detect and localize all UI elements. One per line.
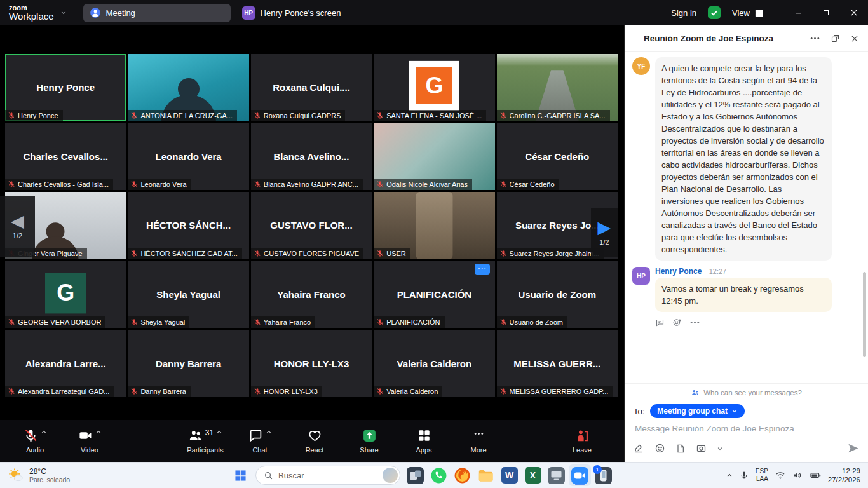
participant-tile[interactable]: USER: [374, 192, 494, 259]
search-highlight-image[interactable]: [383, 468, 398, 483]
emoji-icon[interactable]: [654, 443, 665, 454]
participant-tile[interactable]: Henry PonceHenry Ponce: [5, 54, 126, 121]
privacy-people-icon: [691, 388, 700, 397]
avatar[interactable]: YF: [632, 57, 650, 75]
tab-meeting-label: Meeting: [106, 8, 135, 18]
mic-off-red-icon: [376, 180, 384, 188]
participant-label-text: Danny Barrera: [140, 388, 186, 395]
zoom-app-button[interactable]: [569, 464, 591, 486]
participant-tile[interactable]: HÉCTOR SÁNCH...HÉCTOR SÁNCHEZ GAD AT...: [128, 192, 248, 259]
participant-tile[interactable]: GGEORGE VERA BORBOR: [5, 261, 126, 329]
toolbar-label: More: [470, 446, 486, 454]
whatsapp-app-button[interactable]: [428, 464, 450, 486]
participant-tile[interactable]: Alexandra Larre...Alexandra Larreategui …: [5, 330, 126, 397]
close-button[interactable]: [840, 0, 868, 25]
weather-widget[interactable]: 28°C Parc. soleado: [0, 467, 70, 484]
participant-tile[interactable]: GSANTA ELENA - SAN JOSÉ ...: [374, 54, 494, 121]
participant-tile[interactable]: HONOR LLY-LX3HONOR LLY-LX3: [251, 330, 372, 397]
participant-label: Sheyla Yagual: [128, 316, 189, 328]
participant-label: SANTA ELENA - SAN JOSÉ ...: [374, 110, 486, 121]
taskbar-search[interactable]: Buscar: [255, 466, 400, 485]
chat-message-input[interactable]: Message Reunión Zoom de Joe Espinoza: [625, 422, 868, 433]
file-icon[interactable]: [675, 444, 686, 454]
minimize-icon: [794, 9, 803, 17]
shield-check-icon[interactable]: [708, 6, 721, 19]
participant-tile[interactable]: MELISSA GUERR...MELISSA GUERRERO GADP...: [497, 330, 618, 397]
toolbar-leave-button[interactable]: Leave: [559, 428, 605, 454]
participant-label-text: Sheyla Yagual: [140, 318, 185, 326]
privacy-note[interactable]: Who can see your messages?: [625, 383, 868, 400]
maximize-button[interactable]: [812, 0, 840, 25]
reply-icon[interactable]: [655, 317, 665, 328]
toolbar-audio-button[interactable]: Audio: [8, 428, 62, 454]
remote-desktop-app-button[interactable]: [545, 464, 567, 486]
toolbar-video-button[interactable]: Video: [62, 428, 117, 454]
participant-tile[interactable]: Carolina C.-GADPR ISLA SA...: [497, 54, 618, 121]
network-icon[interactable]: [775, 470, 785, 480]
tab-meeting[interactable]: Meeting: [83, 4, 231, 22]
taskbar-clock[interactable]: 12:29 27/2/2026: [828, 466, 860, 485]
more-icon[interactable]: [810, 33, 820, 44]
start-button[interactable]: [229, 464, 252, 486]
participant-tile[interactable]: Sheyla YagualSheyla Yagual: [128, 261, 248, 329]
toolbar-react-button[interactable]: React: [287, 428, 342, 454]
toolbar-participants-button[interactable]: 31Participants: [178, 428, 233, 454]
participant-tile[interactable]: ANTONIA DE LA CRUZ-GA...: [128, 54, 248, 121]
weather-description: Parc. soleado: [29, 476, 70, 484]
firefox-app-button[interactable]: [451, 464, 473, 486]
participant-tile[interactable]: Charles Cevallos...Charles Cevallos - Ga…: [5, 123, 126, 191]
whatsapp-icon: [430, 467, 447, 484]
participant-tile[interactable]: Yahaira FrancoYahaira Franco: [251, 261, 372, 329]
share-icon: [362, 428, 377, 443]
toolbar-share-button[interactable]: Share: [342, 428, 397, 454]
message-sender[interactable]: Henry Ponce: [655, 267, 702, 276]
popout-icon[interactable]: [831, 34, 840, 43]
word-app-button[interactable]: W: [498, 464, 520, 486]
participant-tile[interactable]: GUSTAVO FLOR...GUSTAVO FLORES PIGUAVE: [251, 192, 372, 259]
chat-message-list[interactable]: YF A quien le compete crear la ley para …: [625, 52, 868, 383]
sign-in-button[interactable]: Sign in: [671, 8, 696, 18]
participant-label: Odalis Nicole Alcivar Arias: [374, 179, 472, 190]
chevron-down-icon[interactable]: [60, 10, 67, 16]
capture-icon[interactable]: [696, 443, 707, 454]
participant-tile[interactable]: Leonardo VeraLeonardo Vera: [128, 123, 248, 191]
chat-scrollbar[interactable]: [863, 272, 866, 357]
chevron-down-icon[interactable]: [717, 445, 723, 452]
avatar[interactable]: HP: [632, 267, 650, 285]
volume-icon[interactable]: [792, 470, 803, 480]
toolbar-label: Chat: [252, 446, 267, 454]
emoji-add-icon[interactable]: [672, 317, 682, 328]
battery-icon[interactable]: [810, 470, 821, 481]
phone-link-app-button[interactable]: 1: [592, 464, 614, 486]
toolbar-apps-button[interactable]: Apps: [397, 428, 451, 454]
toolbar-chat-button[interactable]: Chat: [233, 428, 287, 454]
format-icon[interactable]: [634, 443, 644, 454]
windows-taskbar: 28°C Parc. soleado Buscar WX1 ESP LAA: [0, 462, 868, 488]
more-icon[interactable]: [689, 317, 700, 328]
tray-left-icons: [726, 471, 749, 480]
excel-app-button[interactable]: X: [522, 464, 544, 486]
taskview-app-button[interactable]: [404, 464, 426, 486]
participant-tile[interactable]: Valeria CalderonValeria Calderon: [374, 330, 494, 397]
minimize-button[interactable]: [784, 0, 812, 25]
chevron-up-icon[interactable]: [726, 472, 733, 478]
close-icon[interactable]: [850, 34, 859, 43]
participant-tile[interactable]: Roxana Culqui....Roxana Culqui.GADPRS: [251, 54, 372, 121]
language-indicator[interactable]: ESP LAA: [756, 468, 768, 484]
grid-next-page-button[interactable]: ▶ 1/2: [591, 208, 618, 257]
tab-shared-screen[interactable]: HP Henry Ponce's screen: [242, 6, 341, 20]
participant-tile[interactable]: Danny BarreraDanny Barrera: [128, 330, 248, 397]
participant-tile[interactable]: Usuario de ZoomUsuario de Zoom: [497, 261, 618, 329]
grid-prev-page-button[interactable]: ◀ 1/2: [0, 196, 35, 257]
toolbar-more-button[interactable]: More: [451, 428, 506, 454]
mic-icon[interactable]: [740, 471, 749, 480]
participant-tile[interactable]: Blanca Avelino...Blanca Avelino GADPR AN…: [251, 123, 372, 191]
file-explorer-app-button[interactable]: [475, 464, 497, 486]
send-icon[interactable]: [847, 442, 859, 454]
meeting-area: Henry PonceHenry PonceANTONIA DE LA CRUZ…: [0, 25, 624, 462]
participant-tile[interactable]: Odalis Nicole Alcivar Arias: [374, 123, 494, 191]
participant-tile[interactable]: César CedeñoCésar Cedeño: [497, 123, 618, 191]
tile-options-button[interactable]: ···: [475, 264, 490, 274]
recipient-selector[interactable]: Meeting group chat: [650, 404, 745, 418]
view-button[interactable]: View: [732, 8, 764, 18]
